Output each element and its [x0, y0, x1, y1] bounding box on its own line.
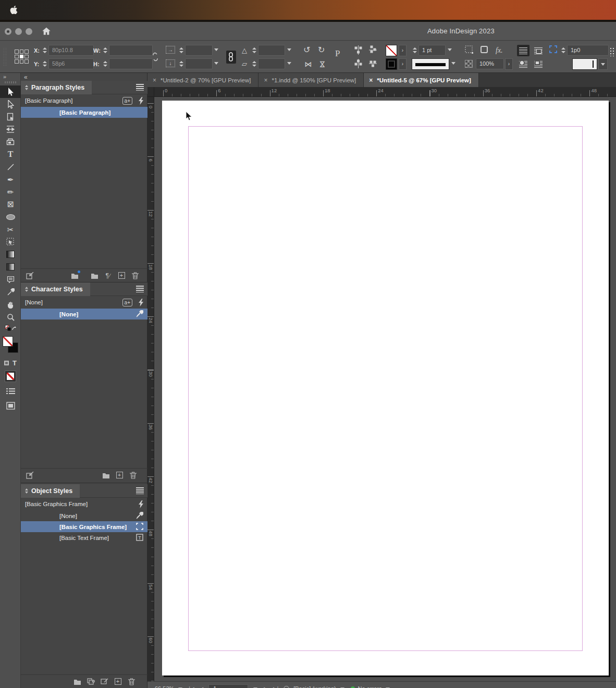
- close-tab-icon[interactable]: ×: [369, 77, 373, 84]
- note-tool[interactable]: [0, 273, 21, 286]
- delete-style-button[interactable]: [126, 470, 140, 481]
- ellipse-tool[interactable]: [0, 211, 21, 223]
- free-transform-tool[interactable]: [0, 236, 21, 248]
- fill-swatch-none[interactable]: [386, 45, 397, 56]
- style-list-item[interactable]: [Basic Text Frame] T: [21, 532, 147, 543]
- pasteboard[interactable]: [154, 97, 616, 681]
- cc-library-button[interactable]: [68, 270, 81, 281]
- delete-style-button[interactable]: [125, 676, 138, 687]
- paragraph-styles-tab[interactable]: Paragraph Styles: [21, 81, 92, 94]
- scale-x-field[interactable]: [185, 45, 213, 56]
- dock-collapse-chevrons[interactable]: «: [24, 73, 28, 81]
- style-preview-dropdown[interactable]: [598, 58, 608, 70]
- zoom-level-value[interactable]: 66.53%: [155, 685, 174, 688]
- stroke-weight-dropdown[interactable]: [448, 48, 452, 51]
- rotate-cw-icon[interactable]: ↻: [318, 46, 325, 54]
- create-new-style-button[interactable]: +: [113, 470, 126, 481]
- quick-apply-bolt-icon[interactable]: [139, 97, 143, 105]
- scissors-tool[interactable]: ✂: [0, 223, 21, 236]
- style-list-item[interactable]: [Basic Graphics Frame]: [21, 521, 147, 532]
- scale-x-dropdown[interactable]: [214, 48, 218, 51]
- y-stepper[interactable]: [42, 58, 47, 69]
- create-new-style-button[interactable]: +: [111, 676, 125, 687]
- panel-collapse-icon[interactable]: [25, 85, 28, 90]
- align-horizontal-icon[interactable]: [369, 59, 377, 68]
- constrain-scale-link-button[interactable]: [226, 51, 236, 64]
- wrap-around-object-shape-button[interactable]: [517, 58, 529, 70]
- close-tab-icon[interactable]: ×: [264, 77, 267, 84]
- previous-page-button[interactable]: ◀: [200, 686, 204, 688]
- hand-tool[interactable]: [0, 298, 21, 311]
- proxy-cell[interactable]: [24, 59, 29, 64]
- proxy-cell[interactable]: [15, 59, 19, 64]
- shear-dropdown[interactable]: [287, 62, 291, 65]
- select-container-icon[interactable]: [465, 45, 474, 54]
- new-style-from-selection-button[interactable]: [84, 676, 97, 687]
- rotation-dropdown[interactable]: [287, 48, 291, 51]
- object-styles-tab[interactable]: Object Styles: [21, 484, 80, 498]
- flip-horizontal-icon[interactable]: ⋈: [304, 60, 312, 68]
- formatting-affects-container-icon[interactable]: [4, 361, 9, 365]
- clear-overrides-button[interactable]: [23, 470, 36, 481]
- proxy-cell-center[interactable]: [20, 55, 24, 59]
- panel-menu-icon[interactable]: [136, 286, 144, 292]
- gradient-feather-tool[interactable]: [0, 261, 21, 273]
- corner-options-icon[interactable]: [481, 46, 488, 53]
- proxy-cell[interactable]: [15, 50, 19, 54]
- preflight-status[interactable]: No errors: [358, 685, 382, 688]
- wrap-offset-stepper[interactable]: [560, 45, 566, 56]
- stroke-weight-field[interactable]: 1 pt: [418, 45, 446, 56]
- dock-handle-dots[interactable]: [610, 48, 614, 56]
- style-list-item[interactable]: [None]: [21, 510, 147, 521]
- preflight-profile[interactable]: [Basic] (working): [293, 685, 336, 688]
- page-number-field[interactable]: 1: [208, 684, 248, 688]
- w-stepper[interactable]: [102, 45, 108, 56]
- effects-fx-icon[interactable]: fx.: [496, 47, 503, 54]
- style-list-item[interactable]: [Basic Paragraph]: [21, 107, 147, 118]
- no-text-wrap-button[interactable]: [517, 45, 529, 56]
- h-stepper[interactable]: [102, 58, 108, 69]
- first-page-button[interactable]: |◀: [189, 686, 194, 688]
- zoom-window-button[interactable]: [26, 28, 32, 35]
- frame-fitting-icon[interactable]: [549, 45, 557, 53]
- stroke-style-preview[interactable]: [412, 58, 449, 70]
- reference-point-proxy[interactable]: [15, 50, 29, 64]
- fill-color-swatch-none[interactable]: [3, 336, 13, 347]
- style-group-folder-button[interactable]: [70, 676, 84, 687]
- fill-flyout-button[interactable]: ›: [399, 45, 406, 56]
- proxy-cell[interactable]: [24, 55, 29, 59]
- x-stepper[interactable]: [42, 45, 47, 56]
- minimize-window-button[interactable]: [15, 28, 22, 35]
- scale-y-stepper[interactable]: [178, 58, 184, 69]
- wrap-offset-field[interactable]: 1p0: [567, 45, 609, 56]
- create-new-style-button[interactable]: +: [115, 270, 128, 281]
- proxy-cell[interactable]: [20, 50, 24, 54]
- clear-overrides-button[interactable]: [23, 270, 36, 281]
- clear-overrides-frame-button[interactable]: [97, 676, 111, 687]
- content-collector-tool[interactable]: [0, 136, 21, 148]
- rotation-stepper[interactable]: [251, 45, 257, 56]
- last-page-button[interactable]: ▶|: [273, 686, 278, 688]
- align-vertical-icon[interactable]: [354, 59, 362, 68]
- character-styles-tab[interactable]: Character Styles: [21, 282, 90, 296]
- stroke-style-dropdown[interactable]: [451, 62, 455, 65]
- gap-tool[interactable]: [0, 123, 21, 136]
- apple-menu-icon[interactable]: [9, 5, 18, 15]
- constrain-wh-broken-link-icon[interactable]: [151, 51, 159, 63]
- opacity-flyout-button[interactable]: ›: [505, 58, 513, 70]
- proxy-cell[interactable]: [15, 55, 19, 59]
- quick-apply-bolt-icon[interactable]: [139, 500, 143, 508]
- panel-menu-icon[interactable]: [136, 84, 144, 91]
- panel-collapse-icon[interactable]: [25, 287, 28, 292]
- style-group-folder-button[interactable]: [99, 470, 113, 481]
- apply-none-button[interactable]: [0, 369, 21, 384]
- opacity-field[interactable]: 100%: [476, 58, 504, 69]
- distribute-vertical-icon[interactable]: [354, 45, 362, 55]
- delete-style-button[interactable]: [128, 270, 142, 281]
- redefine-style-badge[interactable]: a+: [122, 97, 132, 105]
- zoom-tool[interactable]: [0, 311, 21, 323]
- pen-tool[interactable]: ✒: [0, 173, 21, 186]
- toolbar-expand-chevrons[interactable]: »: [3, 73, 6, 80]
- document-page[interactable]: [162, 101, 609, 675]
- selection-tool[interactable]: [0, 85, 21, 98]
